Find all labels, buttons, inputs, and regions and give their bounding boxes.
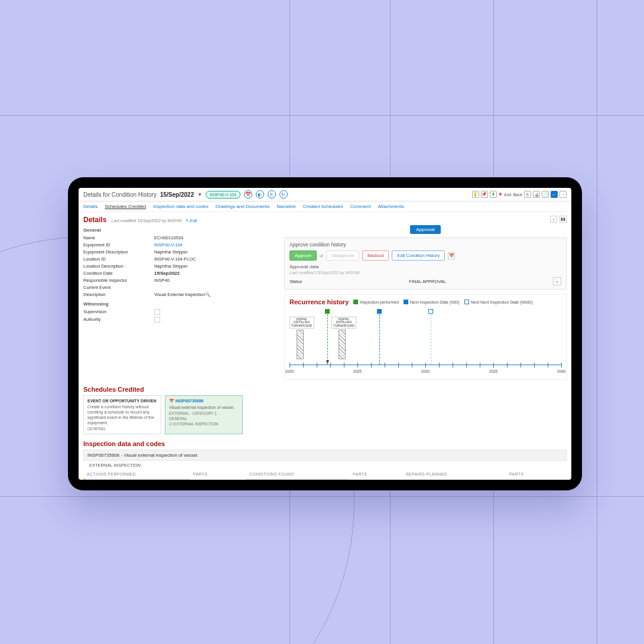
tab-schedules[interactable]: Schedules Credited <box>105 204 146 209</box>
add-button[interactable]: Add <box>504 193 511 197</box>
authority-checkbox[interactable] <box>154 317 160 323</box>
tab-comment[interactable]: Comment <box>350 204 371 209</box>
field-name: ECH00110534 <box>154 235 183 240</box>
tab-inspection[interactable]: Inspection data and codes <box>153 204 208 209</box>
search-icon[interactable]: 🔍 <box>205 292 210 297</box>
timeline-chart: INSP40-DISTILLING TURNAROUND INSP40-DIST… <box>290 309 561 371</box>
action-icon-2[interactable]: ⎘ <box>268 190 276 199</box>
equipment-pill[interactable]: INSP40-V-104 <box>206 191 240 199</box>
schedule-card-insp[interactable]: 📅 INSP00735886 Visual external inspectio… <box>165 395 243 434</box>
edit-condition-button[interactable]: Edit Condition History <box>392 251 445 261</box>
recurrence-heading: Recurrence history <box>290 298 349 305</box>
tab-narrative[interactable]: Narrative <box>277 204 295 209</box>
approval-data-label: Approval data <box>290 264 561 269</box>
general-label: General <box>83 227 278 233</box>
pin-icon[interactable]: 📌 <box>481 191 488 198</box>
back-button[interactable]: Back <box>513 193 522 197</box>
edit-link[interactable]: ✎ Edit <box>186 219 197 223</box>
toolbar-right: 💡 📌 ⬇ ✚Add Back ⎘ 🖨 📄 ← → <box>472 191 567 198</box>
approval-modified: Last modified 15/Sep/2022 by INSP40 <box>290 271 561 275</box>
inspection-summary: INSP00735806 - Visual external inspectio… <box>83 450 567 461</box>
marker-nid <box>377 309 382 314</box>
tab-created[interactable]: Created Schedules <box>303 204 343 209</box>
approval-status: FINAL APPROVAL <box>409 279 446 284</box>
column-icon[interactable]: ▮▮ <box>560 216 567 223</box>
backout-button[interactable]: Backout <box>362 251 389 261</box>
field-loc-desc: Naphtha Stripper <box>154 264 188 269</box>
app-screen: Details for Condition History 15/Sep/202… <box>79 188 571 480</box>
refresh-icon[interactable]: ↻ <box>279 190 288 199</box>
calendar-icon[interactable]: 📅 <box>244 190 252 199</box>
inspection-subtype: EXTERNAL INSPECTION <box>83 461 567 470</box>
marker-nnid <box>428 309 433 314</box>
approve-button[interactable]: Approve <box>290 251 317 261</box>
nav-forward-icon[interactable]: → <box>560 191 567 198</box>
schedule-card-event[interactable]: EVENT OR OPPORTUNITY DRIVEN Create a con… <box>83 395 161 434</box>
action-visual: VISUAL <box>83 479 190 480</box>
tab-attachments[interactable]: Attachments <box>378 204 404 209</box>
action-icon-1[interactable]: ◐ <box>256 190 264 199</box>
table-row: VISUAL DETERIORATED COATING5-20% SHELL/H… <box>83 479 567 480</box>
tab-details[interactable]: Details <box>83 204 97 209</box>
inspection-section: Inspection data and codes INSP00735806 -… <box>79 437 571 480</box>
title-prefix: Details for Condition History <box>83 191 157 198</box>
field-equipment-id[interactable]: INSP40-V-104 <box>154 242 183 248</box>
inspection-heading: Inspection data and codes <box>83 440 567 447</box>
export-icon[interactable]: 📄 <box>542 191 549 198</box>
download-icon[interactable]: ⬇ <box>490 191 497 198</box>
details-panel: Details Last modified 15/Sep/2022 by INS… <box>83 216 278 380</box>
table-header: ACTIONS PERFORMED PARTS CONDITIONS FOUND… <box>83 470 567 479</box>
field-condition-date: 15/Sep/2022 <box>154 271 180 276</box>
title-date[interactable]: 15/Sep/2022 <box>160 191 194 198</box>
field-location-id: INSP40-V-104-FLOC <box>154 256 196 262</box>
tablet-frame: Details for Condition History 15/Sep/202… <box>68 177 582 490</box>
status-dropdown-icon[interactable]: ⌄ <box>553 277 561 285</box>
info-icon[interactable]: i <box>550 216 557 223</box>
details-heading: Details <box>83 216 106 224</box>
supervision-checkbox[interactable] <box>154 309 160 315</box>
approval-panel: Approve condition history Approve or Dis… <box>284 238 567 290</box>
field-description: Visual External Inspection <box>154 292 205 297</box>
schedules-heading: Schedules Credited <box>83 386 567 393</box>
witnessing-label: Witnessing <box>83 301 278 307</box>
approval-section-title: Approve condition history <box>290 242 561 248</box>
tab-bar: Details Schedules Credited Inspection da… <box>79 201 571 212</box>
field-inspector: INSP40 <box>154 278 170 283</box>
field-equip-desc: Naphtha Stripper <box>154 249 188 255</box>
nav-back-icon[interactable]: ← <box>551 191 558 198</box>
recurrence-panel: Recurrence history Inspection performed … <box>284 294 567 380</box>
disapprove-button: Disapprove <box>326 251 359 261</box>
title-bar: Details for Condition History 15/Sep/202… <box>79 188 571 201</box>
copy-icon[interactable]: ⎘ <box>524 191 531 198</box>
chevron-down-icon[interactable]: ▼ <box>197 192 202 197</box>
details-modified: Last modified 15/Sep/2022 by INSP40 <box>112 219 182 223</box>
calendar-small-icon[interactable]: 📅 <box>448 252 455 259</box>
lightbulb-icon[interactable]: 💡 <box>472 191 479 198</box>
print-icon[interactable]: 🖨 <box>533 191 540 198</box>
tab-drawings[interactable]: Drawings and Documents <box>216 204 270 209</box>
schedules-section: Schedules Credited EVENT OR OPPORTUNITY … <box>79 383 571 437</box>
approval-badge: Approval <box>410 225 441 234</box>
marker-performed <box>325 309 330 314</box>
